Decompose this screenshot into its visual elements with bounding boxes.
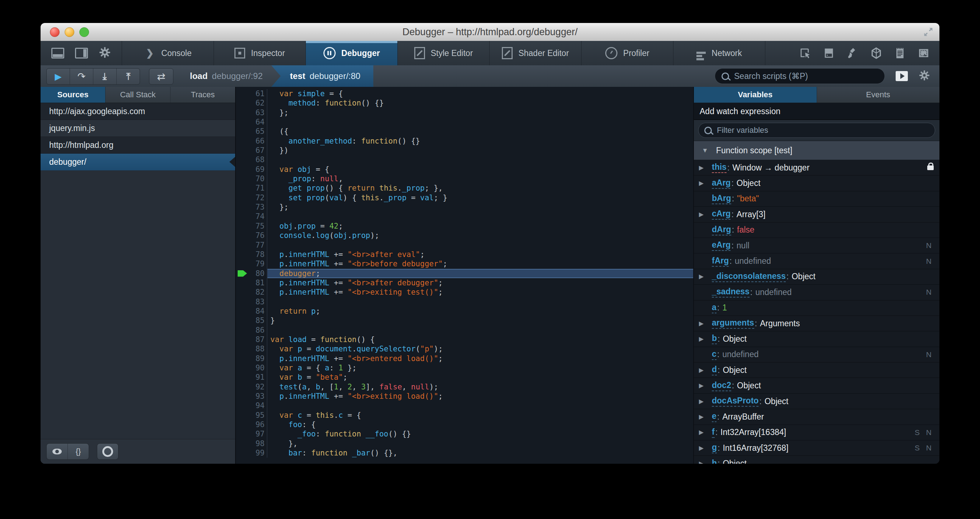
code-line[interactable]: 62 method: function() {} bbox=[236, 98, 693, 108]
variable-row[interactable]: ▶b:Object bbox=[694, 331, 939, 347]
breakpoint-gutter[interactable] bbox=[236, 183, 250, 193]
variable-row[interactable]: eArg:nullN bbox=[694, 238, 939, 253]
variable-value[interactable]: undefined bbox=[755, 288, 792, 297]
scratchpad-icon[interactable] bbox=[894, 47, 907, 60]
code-line[interactable]: 98 }, bbox=[236, 439, 693, 448]
sidebar-tab-call-stack[interactable]: Call Stack bbox=[105, 87, 170, 103]
code-line[interactable]: 91 var b = "beta"; bbox=[236, 373, 693, 382]
toolbox-tab-shader-editor[interactable]: Shader Editor bbox=[490, 41, 582, 65]
breakpoint-gutter[interactable] bbox=[236, 136, 250, 146]
breakpoint-gutter[interactable] bbox=[236, 326, 250, 335]
code-line[interactable]: 71 get prop() { return this._prop; }, bbox=[236, 183, 693, 193]
variable-value[interactable]: Object bbox=[722, 365, 746, 375]
variable-name[interactable]: doc2 bbox=[712, 380, 731, 391]
variable-name[interactable]: h bbox=[712, 459, 717, 464]
variable-name[interactable]: aArg bbox=[712, 178, 730, 189]
variable-row[interactable]: ▶doc2:Object bbox=[694, 378, 939, 393]
breakpoint-gutter[interactable] bbox=[236, 335, 250, 344]
variable-value[interactable]: Int32Array[16384] bbox=[721, 427, 786, 437]
breakpoint-gutter[interactable] bbox=[236, 250, 250, 259]
code-line[interactable]: 99 bar: function _bar() {}, bbox=[236, 448, 693, 458]
code-line[interactable]: 82 p.innerHTML += "<br>exiting test()"; bbox=[236, 288, 693, 297]
breakpoint-gutter[interactable] bbox=[236, 288, 250, 297]
variable-name[interactable]: b bbox=[712, 333, 717, 344]
breakpoint-gutter[interactable] bbox=[236, 202, 250, 212]
toolbox-tab-network[interactable]: Network bbox=[673, 41, 765, 65]
toolbox-tab-debugger[interactable]: Debugger bbox=[306, 41, 398, 65]
breakpoint-gutter[interactable] bbox=[236, 117, 250, 127]
breakpoint-gutter[interactable] bbox=[236, 373, 250, 382]
code-line[interactable]: 73 }; bbox=[236, 202, 693, 212]
variable-row[interactable]: ▶arguments:Arguments bbox=[694, 316, 939, 331]
source-editor[interactable]: 61 var simple = {62 method: function() {… bbox=[235, 87, 694, 464]
code-line[interactable]: 96 foo: { bbox=[236, 420, 693, 429]
code-line[interactable]: 69 var obj = { bbox=[236, 165, 693, 174]
code-line[interactable]: 83 bbox=[236, 297, 693, 307]
breakpoint-gutter[interactable] bbox=[236, 98, 250, 108]
variable-name[interactable]: cArg bbox=[712, 209, 730, 220]
variable-row[interactable]: bArg:"beta" bbox=[694, 191, 939, 207]
variable-value[interactable]: 1 bbox=[722, 303, 727, 313]
breakpoint-gutter[interactable] bbox=[236, 146, 250, 155]
code-line[interactable]: 67 }) bbox=[236, 146, 693, 155]
breakpoint-gutter[interactable] bbox=[236, 429, 250, 439]
filter-variables-input[interactable] bbox=[716, 125, 929, 135]
breakpoint-gutter[interactable] bbox=[236, 231, 250, 240]
variable-value[interactable]: Window → debugger bbox=[732, 163, 810, 173]
code-line[interactable]: 87var load = function() { bbox=[236, 335, 693, 344]
code-line[interactable]: 79 p.innerHTML += "<br>before debugger"; bbox=[236, 259, 693, 269]
code-line[interactable]: 64 bbox=[236, 117, 693, 127]
expander-icon[interactable]: ▶ bbox=[699, 444, 707, 452]
breakpoint-gutter[interactable] bbox=[236, 363, 250, 373]
code-line[interactable]: 66 another_method: function() {} bbox=[236, 136, 693, 146]
pause-on-exceptions-button[interactable]: ⇄ bbox=[149, 68, 173, 85]
code-line[interactable]: 72 set prop(val) { this._prop = val; } bbox=[236, 193, 693, 202]
code-line[interactable]: 63 }; bbox=[236, 108, 693, 117]
code-line[interactable]: 74 bbox=[236, 212, 693, 221]
variable-name[interactable]: d bbox=[712, 365, 717, 376]
code-line[interactable]: 85} bbox=[236, 316, 693, 325]
variable-name[interactable]: e bbox=[712, 411, 716, 422]
split-console-icon[interactable] bbox=[822, 47, 835, 60]
close-window-button[interactable] bbox=[50, 27, 60, 37]
expander-icon[interactable]: ▶ bbox=[699, 211, 707, 218]
variable-row[interactable]: ▶docAsProto:Object bbox=[694, 394, 939, 409]
variable-row[interactable]: ▶cArg:Array[3] bbox=[694, 207, 939, 222]
breakpoint-gutter[interactable] bbox=[236, 297, 250, 307]
code-line[interactable]: 88 var p = document.querySelector("p"); bbox=[236, 344, 693, 353]
variable-value[interactable]: false bbox=[737, 225, 754, 235]
variable-value[interactable]: "beta" bbox=[737, 194, 759, 204]
blackbox-source-button[interactable] bbox=[97, 443, 118, 460]
source-item[interactable]: jquery.min.js bbox=[41, 120, 235, 137]
breakpoint-gutter[interactable] bbox=[236, 108, 250, 117]
toggle-panel-icon[interactable] bbox=[896, 71, 908, 81]
toolbox-tab-style-editor[interactable]: Style Editor bbox=[398, 41, 490, 65]
panel-tab-variables[interactable]: Variables bbox=[694, 87, 817, 103]
code-line[interactable]: 77 bbox=[236, 240, 693, 250]
breakpoint-gutter[interactable] bbox=[236, 155, 250, 164]
expander-icon[interactable]: ▶ bbox=[699, 382, 707, 389]
variable-value[interactable]: Object bbox=[722, 334, 746, 344]
code-line[interactable]: 93 p.innerHTML += "<br>exiting load()"; bbox=[236, 392, 693, 401]
resume-button[interactable]: ▶ bbox=[47, 68, 70, 84]
breakpoint-gutter[interactable] bbox=[236, 193, 250, 202]
variable-name[interactable]: a bbox=[712, 302, 716, 313]
variable-value[interactable]: undefined bbox=[735, 256, 771, 266]
pretty-print-button[interactable]: {} bbox=[68, 444, 89, 459]
minimize-window-button[interactable] bbox=[65, 27, 74, 37]
variable-row[interactable]: ▶f:Int32Array[16384]S N bbox=[694, 425, 939, 440]
variable-row[interactable]: ▶g:Int16Array[32768]S N bbox=[694, 440, 939, 456]
source-item[interactable]: http://htmlpad.org bbox=[41, 137, 235, 154]
expander-icon[interactable]: ▶ bbox=[699, 273, 707, 280]
code-line[interactable]: 84 return p; bbox=[236, 307, 693, 316]
variable-row[interactable]: ▶_disconsolateness:Object bbox=[694, 269, 939, 285]
breakpoint-gutter[interactable] bbox=[236, 420, 250, 429]
variable-row[interactable]: _sadness:undefinedN bbox=[694, 285, 939, 300]
variable-value[interactable]: Object bbox=[792, 272, 815, 282]
breakpoint-gutter[interactable] bbox=[236, 269, 250, 278]
zoom-window-button[interactable] bbox=[80, 27, 89, 37]
scope-header[interactable]: ▼ Function scope [test] bbox=[694, 141, 939, 160]
paintbrush-icon[interactable] bbox=[846, 47, 859, 60]
variable-value[interactable]: Int16Array[32768] bbox=[722, 443, 788, 453]
breakpoint-gutter[interactable] bbox=[236, 278, 250, 288]
